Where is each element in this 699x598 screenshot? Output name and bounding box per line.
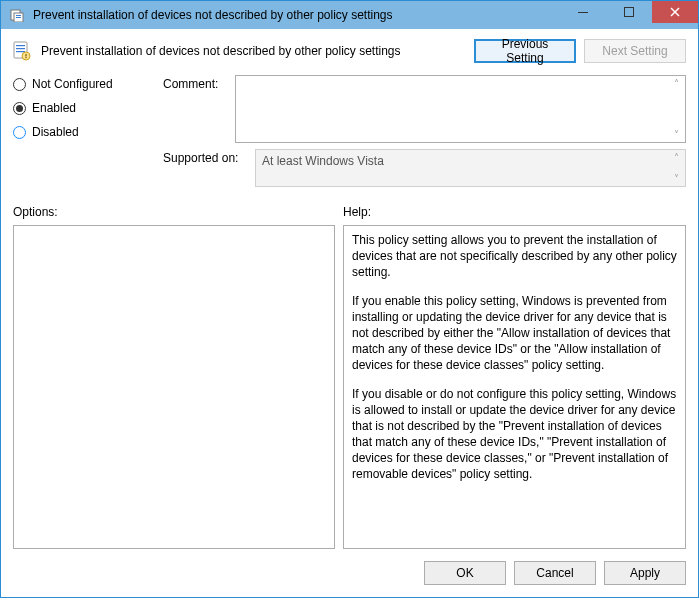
- next-setting-button: Next Setting: [584, 39, 686, 63]
- previous-setting-button[interactable]: Previous Setting: [474, 39, 576, 63]
- svg-rect-9: [16, 45, 25, 46]
- comment-textarea[interactable]: ˄ ˅: [235, 75, 686, 143]
- help-column: Help: This policy setting allows you to …: [343, 205, 686, 549]
- policy-dialog: Prevent installation of devices not desc…: [0, 0, 699, 598]
- cancel-button[interactable]: Cancel: [514, 561, 596, 585]
- svg-rect-2: [16, 15, 21, 16]
- dialog-buttons: OK Cancel Apply: [13, 549, 686, 585]
- chevron-down-icon: ˅: [669, 173, 683, 184]
- options-column: Options:: [13, 205, 335, 549]
- maximize-button[interactable]: [606, 1, 652, 23]
- svg-rect-4: [578, 12, 588, 13]
- chevron-up-icon: ˄: [669, 152, 683, 163]
- radio-circle-icon: [13, 126, 26, 139]
- scroll-arrows: ˄ ˅: [669, 152, 683, 184]
- window-controls: [560, 1, 698, 23]
- chevron-down-icon[interactable]: ˅: [669, 129, 683, 140]
- fields-column: Comment: ˄ ˅ Supported on: At least Wind…: [163, 75, 686, 193]
- content-area: Prevent installation of devices not desc…: [1, 29, 698, 597]
- minimize-button[interactable]: [560, 1, 606, 23]
- supported-value: At least Windows Vista: [262, 154, 384, 168]
- window-title: Prevent installation of devices not desc…: [33, 8, 393, 22]
- header-row: Prevent installation of devices not desc…: [13, 39, 686, 63]
- options-label: Options:: [13, 205, 335, 219]
- supported-row: Supported on: At least Windows Vista ˄ ˅: [163, 149, 686, 187]
- radio-label: Enabled: [32, 101, 76, 115]
- svg-rect-11: [16, 51, 25, 52]
- comment-label: Comment:: [163, 75, 235, 91]
- scroll-arrows: ˄ ˅: [669, 78, 683, 140]
- help-label: Help:: [343, 205, 686, 219]
- titlebar[interactable]: Prevent installation of devices not desc…: [1, 1, 698, 29]
- ok-button[interactable]: OK: [424, 561, 506, 585]
- svg-rect-10: [16, 48, 25, 49]
- policy-title: Prevent installation of devices not desc…: [39, 44, 466, 58]
- chevron-up-icon[interactable]: ˄: [669, 78, 683, 89]
- radio-enabled[interactable]: Enabled: [13, 101, 163, 115]
- radio-label: Disabled: [32, 125, 79, 139]
- svg-rect-5: [625, 8, 634, 17]
- supported-label: Supported on:: [163, 149, 255, 165]
- help-paragraph: If you enable this policy setting, Windo…: [352, 293, 677, 374]
- options-panel[interactable]: [13, 225, 335, 549]
- config-row: Not Configured Enabled Disabled Comment:: [13, 75, 686, 193]
- policy-icon: [13, 41, 31, 61]
- help-panel[interactable]: This policy setting allows you to preven…: [343, 225, 686, 549]
- comment-row: Comment: ˄ ˅: [163, 75, 686, 143]
- close-button[interactable]: [652, 1, 698, 23]
- app-icon: [9, 7, 25, 23]
- radio-circle-icon: [13, 102, 26, 115]
- svg-rect-13: [25, 54, 26, 57]
- svg-rect-3: [16, 17, 21, 18]
- radio-label: Not Configured: [32, 77, 113, 91]
- lower-panels: Options: Help: This policy setting allow…: [13, 205, 686, 549]
- radio-circle-icon: [13, 78, 26, 91]
- apply-button[interactable]: Apply: [604, 561, 686, 585]
- radio-disabled[interactable]: Disabled: [13, 125, 163, 139]
- radio-not-configured[interactable]: Not Configured: [13, 77, 163, 91]
- help-paragraph: If you disable or do not configure this …: [352, 386, 677, 483]
- supported-on-box: At least Windows Vista ˄ ˅: [255, 149, 686, 187]
- svg-rect-14: [25, 57, 26, 58]
- state-radio-group: Not Configured Enabled Disabled: [13, 75, 163, 139]
- help-paragraph: This policy setting allows you to preven…: [352, 232, 677, 281]
